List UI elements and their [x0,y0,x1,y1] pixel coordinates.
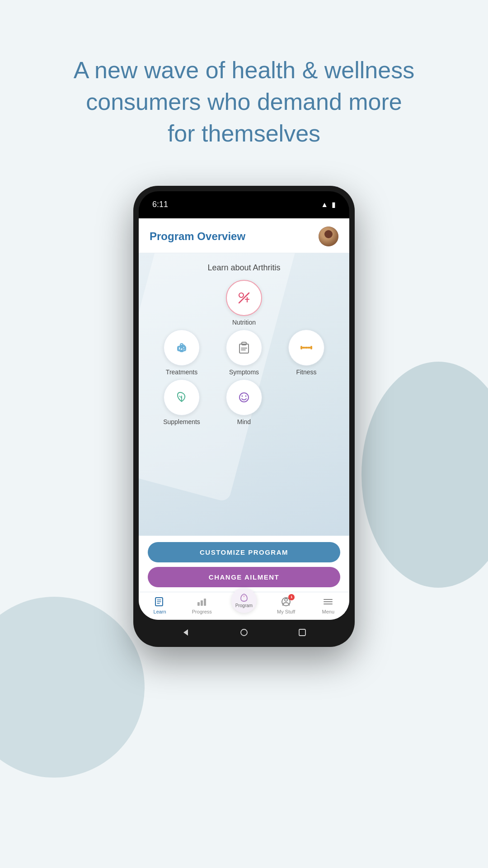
svg-point-33 [285,599,287,601]
svg-rect-39 [299,629,305,636]
bottom-nav: Learn Progress [139,592,349,620]
svg-rect-30 [201,600,203,606]
avatar-image [319,226,338,246]
menu-icon-wrap [322,596,334,608]
svg-rect-29 [197,602,200,606]
nav-item-progress[interactable]: Progress [188,596,216,614]
svg-rect-16 [300,346,302,349]
learn-icon-wrap [154,596,166,608]
battery-icon: ▮ [332,200,336,209]
buttons-area: CUSTOMIZE PROGRAM CHANGE AILMENT [139,536,349,592]
bg-decoration-bottom [0,597,145,778]
status-time: 6:11 [152,200,168,209]
icons-grid: Nutrition [148,280,340,425]
svg-marker-37 [183,629,188,636]
supplements-label: Supplements [163,418,200,425]
app-header: Program Overview [139,218,349,253]
my-stuff-icon-wrap: 1 [280,596,292,608]
svg-point-38 [241,629,247,636]
nav-item-learn[interactable]: Learn [146,596,174,614]
fitness-label: Fitness [296,368,316,376]
learn-title: Learn about Arthritis [207,263,280,273]
phone-screen: Program Overview Learn about Arthritis [139,218,349,620]
nav-item-my-stuff[interactable]: 1 My Stuff [272,596,300,614]
learn-nav-label: Learn [154,609,166,614]
nutrition-item[interactable]: Nutrition [215,280,273,326]
svg-point-24 [245,395,247,396]
signal-icon: ▲ [321,201,328,209]
svg-rect-19 [308,347,310,349]
android-nav-bar [139,620,349,645]
my-stuff-nav-label: My Stuff [277,609,295,614]
app-title: Program Overview [150,230,245,243]
svg-rect-31 [204,599,206,606]
treatments-label: Treatments [166,368,197,376]
nutrition-label: Nutrition [232,319,256,326]
supplements-icon-circle [164,379,200,415]
symptoms-item[interactable]: Symptoms [215,330,273,376]
nav-item-menu[interactable]: Menu [314,596,342,614]
customize-program-button[interactable]: CUSTOMIZE PROGRAM [148,542,340,562]
progress-icon-wrap [196,596,208,608]
treatments-item[interactable]: Treatments [152,330,211,376]
svg-rect-15 [305,347,308,349]
svg-point-22 [239,393,249,402]
page-headline: A new wave of health & wellness consumer… [72,54,416,150]
fitness-item[interactable]: Fitness [277,330,336,376]
program-content: Learn about Arthritis Nutrition [139,253,349,536]
svg-rect-17 [310,346,312,349]
mind-icon-circle [226,379,262,415]
bg-decoration-right [361,362,488,588]
svg-point-23 [242,395,243,396]
symptoms-icon-circle [226,330,262,366]
program-nav-circle: Program [231,588,257,613]
mind-item[interactable]: Mind [215,379,273,425]
avatar[interactable] [319,226,338,246]
my-stuff-badge: 1 [288,594,295,600]
treatments-icon-circle [164,330,200,366]
fitness-icon-circle [288,330,324,366]
change-ailment-button[interactable]: CHANGE AILMENT [148,567,340,587]
mind-label: Mind [237,418,251,425]
svg-rect-18 [302,347,305,349]
back-button[interactable] [181,628,190,637]
menu-nav-label: Menu [322,609,335,614]
nutrition-icon-circle [226,280,262,316]
status-bar: 6:11 ▲ ▮ [139,191,349,218]
progress-nav-label: Progress [192,609,212,614]
phone-mockup: 6:11 ▲ ▮ Program Overview Learn about Ar… [133,186,355,647]
home-button[interactable] [239,628,249,637]
symptoms-label: Symptoms [229,368,259,376]
nav-item-program[interactable]: Program [230,597,258,613]
supplements-item[interactable]: Supplements [152,379,211,425]
svg-point-1 [239,293,244,297]
recents-button[interactable] [298,628,307,637]
